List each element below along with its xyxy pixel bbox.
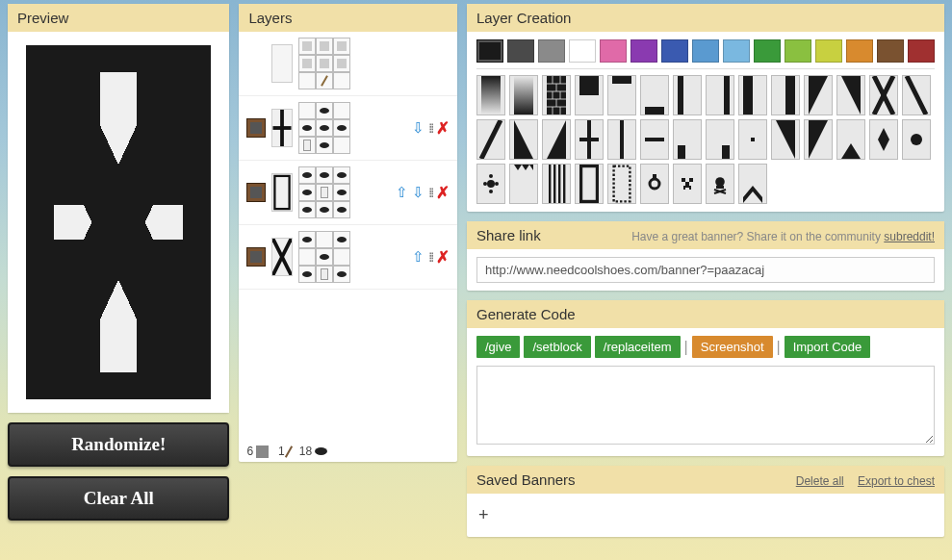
pattern-half_v[interactable]: [738, 75, 767, 115]
svg-rect-18: [514, 76, 533, 115]
pattern-stripe_top[interactable]: [607, 75, 636, 115]
import-code-button[interactable]: Import Code: [785, 336, 871, 358]
add-saved-button[interactable]: +: [478, 505, 489, 524]
svg-rect-48: [579, 138, 599, 141]
color-swatch[interactable]: [569, 39, 596, 63]
replaceitem-button[interactable]: /replaceitem: [595, 336, 681, 358]
pattern-square_bl[interactable]: [673, 119, 702, 160]
layer-row: ⇧ ⇩ ⁞⁞ ✗: [239, 161, 457, 225]
pattern-half_diag_l[interactable]: [509, 119, 538, 160]
color-swatch[interactable]: [908, 39, 935, 63]
pattern-diag_lr[interactable]: [902, 75, 931, 115]
color-swatch[interactable]: [692, 39, 719, 63]
pattern-half_v_r[interactable]: [771, 75, 800, 115]
color-swatch[interactable]: [661, 39, 688, 63]
layer-preview-straight-cross: [271, 109, 293, 147]
color-swatch[interactable]: [600, 39, 627, 63]
wool-icon: [256, 445, 269, 458]
delete-all-link[interactable]: Delete all: [796, 474, 844, 488]
saved-banners-panel: Saved Banners Delete all Export to chest…: [467, 466, 944, 537]
color-swatch[interactable]: [507, 39, 534, 63]
export-chest-link[interactable]: Export to chest: [858, 474, 935, 488]
code-output[interactable]: [476, 366, 935, 445]
pattern-stripe_right[interactable]: [706, 75, 734, 115]
layer-row: ⇧ ⁞⁞ ✗: [239, 225, 457, 290]
pattern-mojang[interactable]: [640, 164, 669, 204]
move-down-icon[interactable]: ⇩: [412, 184, 425, 201]
give-button[interactable]: /give: [476, 336, 520, 358]
pattern-stripe_center[interactable]: [607, 119, 636, 160]
clear-all-button[interactable]: Clear All: [8, 476, 229, 521]
pattern-curly_border[interactable]: [607, 164, 636, 204]
svg-marker-57: [878, 128, 889, 151]
subreddit-link[interactable]: subreddit!: [884, 230, 935, 243]
svg-marker-56: [841, 143, 861, 159]
pattern-rhombus[interactable]: [869, 119, 898, 160]
share-url-input[interactable]: [476, 257, 935, 283]
pattern-stripe_middle[interactable]: [640, 119, 669, 160]
pattern-triangle_b[interactable]: [836, 119, 865, 160]
layer-creation-panel: Layer Creation: [467, 4, 944, 212]
svg-rect-19: [547, 76, 566, 115]
screenshot-button[interactable]: Screenshot: [692, 336, 773, 358]
pattern-stripe_bottom[interactable]: [640, 75, 669, 115]
pattern-diag_ur[interactable]: [804, 119, 833, 160]
delete-layer-icon[interactable]: ✗: [436, 118, 450, 139]
color-swatch[interactable]: [877, 39, 904, 63]
pattern-square_br[interactable]: [706, 119, 734, 160]
move-down-icon[interactable]: ⇩: [412, 119, 425, 137]
loom-icon: [246, 183, 266, 202]
pattern-chevron[interactable]: [738, 164, 767, 204]
color-swatch[interactable]: [815, 39, 842, 63]
color-swatch[interactable]: [538, 39, 565, 63]
pattern-flower[interactable]: [476, 164, 505, 204]
drag-handle-icon[interactable]: ⁞⁞: [428, 185, 432, 200]
svg-point-58: [911, 134, 922, 145]
pattern-triangles_t[interactable]: [509, 164, 538, 204]
pattern-gradient_up[interactable]: [509, 75, 538, 115]
pattern-bricks[interactable]: [542, 75, 571, 115]
pattern-diag_l[interactable]: [804, 75, 833, 115]
delete-layer-icon[interactable]: ✗: [436, 183, 450, 203]
color-swatch[interactable]: [476, 39, 503, 63]
svg-rect-69: [581, 166, 598, 202]
pattern-diag_rl[interactable]: [476, 119, 505, 160]
pattern-half_h[interactable]: [575, 75, 604, 115]
pattern-border[interactable]: [575, 164, 604, 204]
pattern-diag_ul[interactable]: [771, 119, 800, 160]
pattern-half_diag_r[interactable]: [542, 119, 571, 160]
crafting-grid: [298, 166, 350, 218]
pattern-small_stripes[interactable]: [542, 164, 571, 204]
delete-layer-icon[interactable]: ✗: [436, 247, 450, 267]
color-swatch[interactable]: [723, 39, 750, 63]
setblock-button[interactable]: /setblock: [524, 336, 590, 358]
pattern-creeper[interactable]: [673, 164, 702, 204]
randomize-button[interactable]: Randomize!: [8, 422, 229, 467]
svg-rect-49: [620, 120, 624, 159]
pattern-skull[interactable]: [706, 164, 734, 204]
pattern-straight_cross[interactable]: [575, 119, 604, 160]
crafting-grid: [298, 38, 350, 89]
move-up-icon[interactable]: ⇧: [396, 184, 408, 201]
svg-marker-82: [743, 186, 762, 203]
svg-rect-67: [558, 165, 560, 203]
svg-marker-64: [514, 165, 533, 170]
drag-handle-icon[interactable]: ⁞⁞: [428, 120, 432, 136]
layers-title: Layers: [248, 10, 292, 26]
pattern-dot[interactable]: [738, 119, 767, 160]
color-swatch[interactable]: [846, 39, 873, 63]
color-swatch[interactable]: [630, 39, 657, 63]
move-up-icon[interactable]: ⇧: [412, 248, 425, 266]
color-swatch[interactable]: [785, 39, 811, 63]
pattern-gradient[interactable]: [476, 75, 505, 115]
svg-rect-35: [678, 76, 683, 115]
color-swatch[interactable]: [754, 39, 781, 63]
pattern-cross[interactable]: [869, 75, 898, 115]
pattern-stripe_left[interactable]: [673, 75, 702, 115]
svg-rect-11: [273, 126, 292, 130]
svg-rect-77: [689, 186, 691, 190]
pattern-circle[interactable]: [902, 119, 931, 160]
pattern-diag_r[interactable]: [836, 75, 865, 115]
drag-handle-icon[interactable]: ⁞⁞: [428, 249, 432, 265]
svg-rect-33: [612, 76, 631, 84]
